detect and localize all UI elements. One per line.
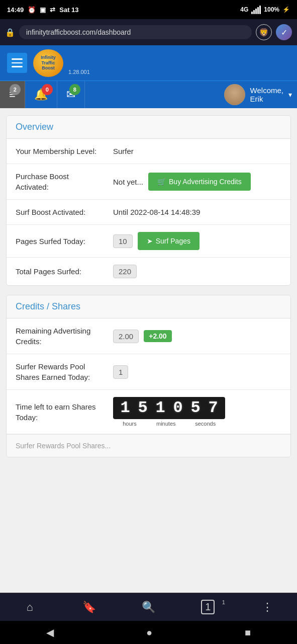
membership-label: Your Membership Level:: [7, 139, 107, 164]
home-icon: ⌂: [26, 601, 33, 614]
credits-card-header: Credits / Shares: [7, 295, 290, 318]
time-left-label: Time left to earn Shares Today:: [7, 394, 107, 430]
credits-plus-badge: +2.00: [144, 330, 171, 342]
tabs-icon: 1: [201, 600, 215, 614]
tabs-count-badge: 1: [219, 597, 229, 607]
timer-digit-4: 0: [170, 400, 186, 416]
remaining-credits-value: 2.00 +2.00: [107, 323, 290, 350]
seconds-label: seconds: [186, 421, 226, 427]
lock-icon: 🔒: [5, 28, 15, 37]
nav-bookmarks-button[interactable]: 🔖: [59, 593, 119, 621]
overview-card-header: Overview: [7, 116, 290, 139]
hours-label: hours: [113, 421, 146, 427]
logo-version: 1.28.001: [68, 69, 90, 77]
messages-badge: 8: [69, 84, 80, 95]
android-back-button[interactable]: ◀: [36, 622, 64, 642]
timer-labels: hours minutes seconds: [113, 421, 225, 427]
surf-pages-label: Surf Pages: [156, 237, 190, 245]
welcome-label: Welcome,: [250, 86, 283, 95]
nav-tabs-button[interactable]: 1 1: [178, 593, 238, 621]
shares-count: 1: [113, 365, 128, 379]
logo-circle: InfinityTrafficBoost: [33, 49, 63, 77]
tasks-icon-button[interactable]: ≡ 2: [0, 81, 25, 108]
icon-bar: ≡ 2 🔔 0 ✉ 8 Welcome, Erik ▾: [0, 80, 297, 108]
avatar: [224, 84, 245, 105]
sync-icon: ⇄: [50, 6, 55, 14]
total-pages-label: Total Pages Surfed:: [7, 259, 107, 284]
notifications-badge: 0: [42, 84, 53, 95]
android-recents-button[interactable]: ■: [235, 623, 261, 642]
table-row: Pages Surfed Today: 10 ➤ Surf Pages: [7, 225, 290, 258]
status-bar: 14:49 ⏰ ▣ ⇄ Sat 13 4G 100% ⚡: [0, 0, 297, 19]
minutes-label: minutes: [146, 421, 186, 427]
surf-boost-status: Until 2022-08-14 14:48:39: [113, 208, 200, 216]
credits-card: Credits / Shares Remaining Advertising C…: [6, 295, 291, 457]
pages-surfed-today-label: Pages Surfed Today:: [7, 229, 107, 254]
buy-button-label: Buy Advertising Credits: [169, 178, 242, 186]
membership-value-text: Surfer: [113, 147, 134, 155]
battery-icon: ⚡: [282, 6, 290, 13]
partial-row: Surfer Rewards Pool Shares...: [7, 434, 290, 457]
top-navigation: InfinityTrafficBoost 1.28.001: [0, 45, 297, 80]
buy-advertising-credits-button[interactable]: 🛒 Buy Advertising Credits: [148, 173, 251, 191]
nav-more-button[interactable]: ⋮: [238, 593, 297, 621]
timer-digit-6: 7: [205, 400, 221, 416]
table-row: Surf Boost Activated: Until 2022-08-14 1…: [7, 200, 290, 225]
tasks-badge: 2: [10, 84, 21, 95]
notifications-icon-button[interactable]: 🔔 0: [25, 81, 57, 108]
credits-title: Credits / Shares: [16, 301, 281, 312]
table-row: Purchase Boost Activated: Not yet... 🛒 B…: [7, 164, 290, 200]
bookmarks-icon: 🔖: [82, 601, 96, 614]
timer-digit-3: 1: [152, 400, 168, 416]
android-home-button[interactable]: ●: [136, 623, 162, 642]
overview-card: Overview Your Membership Level: Surfer P…: [6, 115, 291, 286]
table-row: Remaining Advertising Credits: 2.00 +2.0…: [7, 318, 290, 354]
android-navigation: ◀ ● ■: [0, 621, 297, 644]
total-pages-count: 220: [113, 265, 137, 278]
surf-boost-label: Surf Boost Activated:: [7, 200, 107, 224]
alarm-icon: ⏰: [28, 6, 36, 14]
pages-surfed-count: 10: [113, 234, 133, 248]
user-profile-button[interactable]: Welcome, Erik ▾: [85, 81, 297, 108]
purchase-boost-status: Not yet...: [113, 178, 143, 186]
table-row: Surfer Rewards Pool Shares Earned Today:…: [7, 354, 290, 390]
surf-pages-button[interactable]: ➤ Surf Pages: [138, 232, 200, 250]
browser-bottom-nav: ⌂ 🔖 🔍 1 1 ⋮: [0, 593, 297, 621]
timer-digits: 1 5 1 0 5 7: [113, 397, 225, 419]
messages-icon-button[interactable]: ✉ 8: [57, 81, 85, 108]
surf-icon: ➤: [147, 237, 153, 245]
username-label: Erik: [250, 95, 283, 103]
overview-title: Overview: [16, 122, 281, 132]
chevron-down-icon: ▾: [288, 91, 292, 99]
sim-icon: ▣: [40, 6, 46, 14]
brave-browser-icon[interactable]: 🦁: [256, 24, 272, 40]
table-row: Total Pages Surfed: 220: [7, 258, 290, 285]
network-type: 4G: [240, 6, 248, 13]
purchase-boost-label: Purchase Boost Activated:: [7, 164, 107, 199]
table-row: Your Membership Level: Surfer: [7, 139, 290, 164]
table-row: Time left to earn Shares Today: 1 5 1 0 …: [7, 390, 290, 434]
pages-surfed-today-value: 10 ➤ Surf Pages: [107, 225, 290, 257]
main-content: Overview Your Membership Level: Surfer P…: [0, 108, 297, 473]
status-time: 14:49: [7, 6, 24, 14]
logo: InfinityTrafficBoost 1.28.001: [33, 49, 90, 77]
timer-digit-1: 1: [117, 400, 133, 416]
total-pages-value: 220: [107, 258, 290, 285]
nav-search-button[interactable]: 🔍: [119, 593, 178, 621]
purchase-boost-value: Not yet... 🛒 Buy Advertising Credits: [107, 166, 290, 198]
time-left-value: 1 5 1 0 5 7 hours minutes seconds: [107, 390, 290, 434]
address-bar[interactable]: 🔒 infinitytrafficboost.com/dashboard 🦁 ✓: [0, 19, 297, 45]
nav-home-button[interactable]: ⌂: [0, 593, 59, 621]
checkmark-icon[interactable]: ✓: [276, 24, 292, 40]
remaining-credits-label: Remaining Advertising Credits:: [7, 318, 107, 354]
credits-amount: 2.00: [113, 330, 139, 343]
url-display[interactable]: infinitytrafficboost.com/dashboard: [19, 25, 252, 39]
search-icon: 🔍: [142, 601, 155, 614]
timer-digit-2: 5: [135, 400, 151, 416]
battery-level: 100%: [264, 6, 279, 13]
timer-digit-5: 5: [187, 400, 204, 416]
signal-bars: [251, 6, 261, 14]
hamburger-menu-button[interactable]: [7, 53, 27, 73]
shares-earned-today-value: 1: [107, 358, 290, 386]
partial-row-text: Surfer Rewards Pool Shares...: [16, 442, 111, 450]
